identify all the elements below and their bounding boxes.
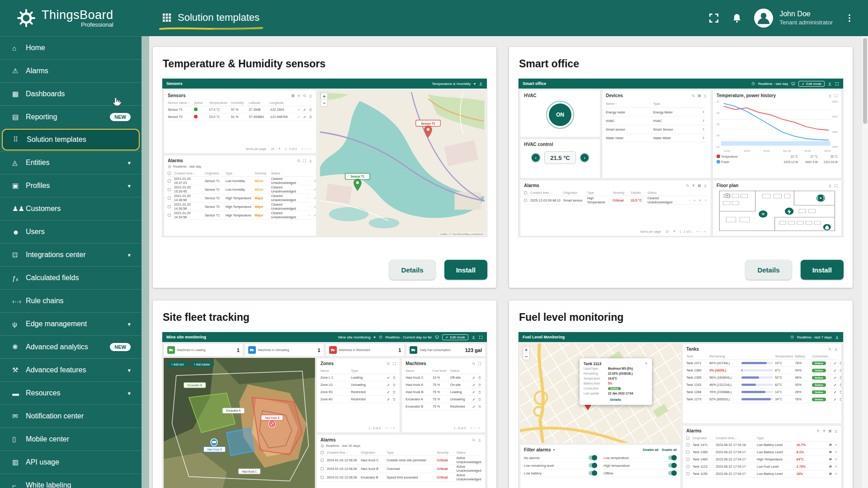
columns-icon [698, 184, 701, 188]
svg-text:Sensor T2: Sensor T2 [421, 122, 435, 125]
scrollbar-thumb[interactable] [863, 38, 867, 124]
solution-templates-grid-icon [161, 12, 172, 23]
chart-legend-row: Power 2025.12 W4961.9 W2311.93 W [717, 159, 838, 164]
sidebar-item-label: Alarms [26, 67, 48, 75]
hand-cursor [111, 97, 123, 109]
delete-icon [839, 369, 842, 372]
sidebar-item[interactable]: ❋ Advanced analytics NEW [0, 335, 142, 358]
comment-icon [829, 443, 832, 447]
sidebar-item-icon: ▬ [12, 389, 26, 397]
sidebar-item[interactable]: ♟♟ Customers [0, 197, 142, 220]
top-bar-actions: John Doe Tenant administrator [708, 9, 868, 28]
thingsboard-logo[interactable]: ThingsBoard Professional [0, 8, 142, 28]
details-button[interactable]: Details [745, 260, 791, 280]
alarm-row: 2021-01-20 15:37:23 Sensor T1 Low Humidi… [168, 177, 312, 185]
page-title: Solution templates [178, 12, 259, 23]
search-icon [692, 94, 695, 98]
fullscreen-button[interactable] [708, 12, 720, 24]
sidebar-item[interactable]: ⠿ Solution templates [2, 129, 140, 150]
user-info[interactable]: John Doe Tenant administrator [779, 9, 833, 27]
sidebar-item[interactable]: ⊡ Integrations center ▾ [0, 243, 142, 266]
sidebar-item[interactable]: ⌂ Home [0, 36, 142, 59]
alarm-row: Tank 1471 2023-06-22 17:04:18 Low Batter… [686, 441, 838, 449]
sidebar-item-label: Notification center [26, 412, 84, 420]
search-icon [303, 94, 307, 98]
alarm-row: Tank 1460 2023-06-22 17:04:17 High Tempe… [686, 456, 838, 463]
install-button[interactable]: Install [444, 260, 487, 280]
filter-toggle-row: High temperature [604, 462, 677, 469]
sidebar-item-icon: ⠿ [13, 136, 27, 144]
zone-row: Zone R1Restricted [321, 389, 396, 396]
map-attribution: Leaflet | © OpenStreetMap contributors [439, 233, 484, 235]
popup-row: Remaining 22.02% (202818L) [584, 371, 648, 376]
sidebar-item[interactable]: ✉ Notification center [0, 404, 142, 427]
clear-x-icon [835, 443, 838, 446]
sidebar-item-icon: ⌂ [12, 44, 26, 52]
sidebar-item[interactable]: ◬ Entities ▾ [0, 151, 142, 174]
details-button[interactable]: Details [389, 260, 435, 280]
sidebar-item[interactable]: ⌐ White labeling [0, 474, 142, 488]
top-bar: ThingsBoard Professional Solution templa… [0, 0, 868, 36]
sidebar-item[interactable]: ƒₓ Calculated fields [0, 266, 142, 289]
sidebar-item[interactable]: ⚒ Advanced features ▾ [0, 358, 142, 381]
sensor-row: Sensor T1 17.0 °C 57 % 37.3948 -122.1503 [168, 106, 312, 113]
install-button[interactable]: Install [801, 260, 844, 280]
filter-alarms-widget: Filter alarms▾ Disable all Enable all [520, 444, 681, 488]
kebab-menu-button[interactable] [844, 13, 854, 23]
device-row: Energy meter Energy Meter [606, 108, 707, 117]
sidebar-item-label: Advanced features [26, 366, 86, 374]
floor-plan-drawing: ✳ [717, 189, 838, 233]
ack-check-icon [313, 214, 316, 217]
sidebar-item-label: Mobile center [26, 435, 69, 443]
sidebar-item[interactable]: ‹··› Rule chains [0, 289, 142, 312]
machine-icon [167, 346, 175, 354]
thingsboard-app: ThingsBoard Professional Solution templa… [0, 0, 868, 488]
clear-x-icon [835, 465, 838, 468]
sensors-table-widget: Sensors Sensor name ↑ActiveTemperatureHu… [164, 90, 316, 154]
temperature-power-chart-widget: Temperature, power history 2726252423 [712, 90, 842, 178]
notifications-bell-button[interactable] [731, 13, 742, 23]
sidebar-item[interactable]: ⚠ Alarms [0, 59, 142, 82]
machines-table-widget: Machines NameFuel levelStatus [401, 358, 486, 433]
machine-row: Haul truck A75 %On-site [406, 381, 481, 389]
increase-temp-button: › [580, 153, 590, 163]
sidebar-item[interactable]: ☻ Users [0, 220, 142, 243]
alarm-row: Tank 1155 2023-06-22 17:04:17 Low Batter… [686, 470, 838, 478]
tanks-map: +− [520, 343, 681, 443]
sidebar-item[interactable]: ▥ API usage [0, 450, 142, 474]
connection-status-badge: Online [812, 398, 826, 401]
tank-popup: Tank 1113✕ Liquid type Biodiesel B5 (5%) [580, 358, 652, 405]
sidebar-item[interactable]: ▯ Mobile center [0, 427, 142, 450]
sidebar-item[interactable]: ▣ Profiles ▾ [0, 174, 142, 197]
dashboard-title: Fuel Level Monitoring [523, 335, 565, 339]
remaining-bar [741, 398, 771, 400]
fullscreen-icon [392, 362, 396, 366]
sidebar-item-label: Calculated fields [26, 274, 79, 282]
sidebar-item-icon: ▣ [12, 182, 26, 190]
alarms-table-widget: Alarms OriginatorCreated time ↓Type [682, 425, 842, 488]
popup-row: Temperature 19.6°C [584, 376, 648, 381]
hvac-on-button: ON [549, 103, 571, 126]
clock-icon [168, 165, 171, 169]
sidebar-item[interactable]: ψ Edge management ▾ [0, 312, 142, 335]
sidebar-item[interactable]: ▬ Resources ▾ [0, 381, 142, 404]
popup-row: Liquid type Biodiesel B5 (5%) [584, 366, 648, 371]
avatar[interactable] [754, 9, 773, 28]
disable-all-link: Disable all [643, 448, 659, 451]
page-scrollbar[interactable] [862, 36, 868, 488]
svg-text:+ Add marker: + Add marker [194, 362, 210, 366]
sidebar-item-label: Reporting [26, 113, 57, 121]
row-checkbox [321, 467, 324, 470]
svg-text:Excavator B: Excavator B [188, 384, 203, 387]
chevron-down-icon: ▾ [127, 183, 131, 189]
tank-row: Tank 1471 80% (42744L) 24°C 76% Online [686, 360, 838, 367]
toggle-switch [589, 463, 597, 468]
sidebar-item-icon: ⊡ [12, 251, 26, 259]
card-fuel-level-monitoring: Fuel level monitoring Fuel Level Monitor… [509, 300, 853, 488]
filter-icon [692, 184, 695, 188]
remaining-bar [741, 391, 765, 393]
fullscreen-icon [834, 184, 838, 188]
row-checkbox [686, 450, 689, 454]
ack-check-icon [693, 199, 696, 202]
yellow-highlight-underline [159, 26, 264, 31]
